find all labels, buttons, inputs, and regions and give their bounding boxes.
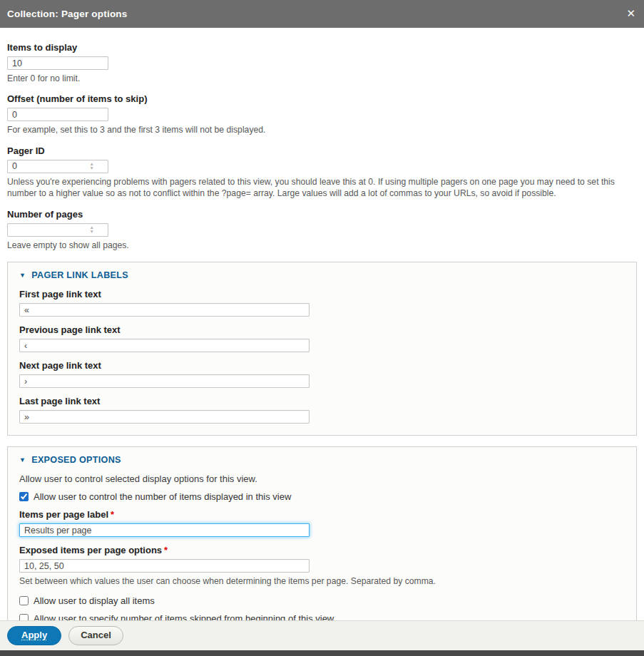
- first-page-link-text-label: First page link text: [19, 289, 625, 299]
- chevron-down-icon: ▼: [19, 272, 26, 279]
- offset-description: For example, set this to 3 and the first…: [7, 124, 637, 135]
- items-per-page-label-text: Items per page label: [19, 509, 108, 520]
- form-item-items-per-page-label: Items per page label*: [19, 509, 625, 537]
- form-item-exposed-items-per-page-options: Exposed items per page options* Set betw…: [19, 545, 625, 587]
- next-page-link-text-label: Next page link text: [19, 360, 625, 371]
- spinner-down-icon[interactable]: ▼: [90, 230, 94, 234]
- cancel-button[interactable]: Cancel: [68, 626, 123, 645]
- apply-button[interactable]: Apply: [7, 626, 61, 645]
- dialog-body: Items to display Enter 0 for no limit. O…: [0, 28, 644, 620]
- form-item-items-to-display: Items to display Enter 0 for no limit.: [7, 42, 637, 84]
- checkbox-item-skip-items: Allow user to specify number of items sk…: [19, 613, 625, 620]
- fieldset-pager-link-labels: ▼ Pager link labels First page link text…: [7, 262, 637, 436]
- previous-page-link-text-label: Previous page link text: [19, 324, 625, 335]
- exposed-options-legend[interactable]: ▼ Exposed options: [19, 455, 625, 465]
- checkbox-item-control-number-of-items: Allow user to control the number of item…: [19, 491, 625, 502]
- number-spinner-icon[interactable]: ▲ ▼: [90, 225, 94, 234]
- dialog-title: Collection: Pager options: [7, 9, 128, 19]
- chevron-down-icon: ▼: [19, 456, 26, 463]
- form-item-pager-id: Pager ID ▲ ▼ Unless you're experiencing …: [7, 145, 637, 200]
- dialog-header: Collection: Pager options ✕: [0, 0, 644, 28]
- pager-options-dialog: Collection: Pager options ✕ Items to dis…: [0, 0, 644, 656]
- number-of-pages-label: Number of pages: [7, 209, 637, 220]
- items-per-page-label-label: Items per page label*: [19, 509, 625, 520]
- exposed-items-options-label-text: Exposed items per page options: [19, 545, 162, 555]
- skip-items-checkbox[interactable]: [19, 614, 29, 620]
- required-marker: *: [164, 545, 168, 555]
- form-item-first-page-link-text: First page link text: [19, 289, 625, 317]
- close-icon[interactable]: ✕: [626, 9, 635, 19]
- pager-link-labels-legend-text: Pager link labels: [31, 270, 128, 280]
- exposed-items-options-description: Set between which values the user can ch…: [19, 575, 625, 587]
- skip-items-label: Allow user to specify number of items sk…: [34, 613, 336, 620]
- exposed-items-options-input[interactable]: [19, 559, 310, 573]
- control-number-of-items-label: Allow user to control the number of item…: [34, 491, 291, 502]
- exposed-options-legend-text: Exposed options: [31, 455, 121, 465]
- form-item-number-of-pages: Number of pages ▲ ▼ Leave empty to show …: [7, 209, 637, 251]
- exposed-items-options-label: Exposed items per page options*: [19, 545, 625, 555]
- dialog-footer: Apply Cancel: [0, 620, 644, 650]
- first-page-link-text-input[interactable]: [19, 303, 310, 317]
- spinner-down-icon[interactable]: ▼: [90, 166, 94, 170]
- control-number-of-items-checkbox[interactable]: [19, 492, 29, 501]
- display-all-items-label: Allow user to display all items: [34, 595, 155, 606]
- display-all-items-checkbox[interactable]: [19, 596, 29, 605]
- items-per-page-label-input[interactable]: [19, 523, 310, 537]
- checkbox-item-display-all-items: Allow user to display all items: [19, 595, 625, 606]
- items-to-display-input[interactable]: [7, 56, 108, 70]
- pager-link-labels-legend[interactable]: ▼ Pager link labels: [19, 270, 625, 280]
- last-page-link-text-label: Last page link text: [19, 396, 625, 406]
- last-page-link-text-input[interactable]: [19, 410, 310, 424]
- number-spinner-icon[interactable]: ▲ ▼: [90, 162, 94, 170]
- offset-input[interactable]: [7, 108, 108, 121]
- exposed-options-intro: Allow user to control selected display o…: [19, 473, 625, 484]
- pager-id-label: Pager ID: [7, 145, 637, 156]
- required-marker: *: [111, 509, 114, 520]
- form-item-offset: Offset (number of items to skip) For exa…: [7, 93, 637, 135]
- fieldset-exposed-options: ▼ Exposed options Allow user to control …: [7, 446, 637, 620]
- previous-page-link-text-input[interactable]: [19, 339, 310, 352]
- form-item-next-page-link-text: Next page link text: [19, 360, 625, 388]
- items-to-display-description: Enter 0 for no limit.: [7, 73, 637, 84]
- offset-label: Offset (number of items to skip): [7, 93, 637, 104]
- form-item-last-page-link-text: Last page link text: [19, 396, 625, 424]
- number-of-pages-description: Leave empty to show all pages.: [7, 240, 637, 251]
- pager-id-description: Unless you're experiencing problems with…: [7, 176, 637, 200]
- next-page-link-text-input[interactable]: [19, 374, 310, 388]
- form-item-previous-page-link-text: Previous page link text: [19, 324, 625, 352]
- items-to-display-label: Items to display: [7, 42, 637, 53]
- page-behind-bar: [0, 650, 644, 656]
